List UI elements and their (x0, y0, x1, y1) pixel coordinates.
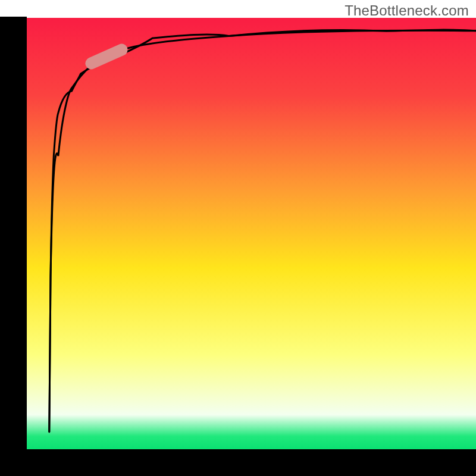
watermark-label: TheBottleneck.com (345, 2, 469, 19)
bottleneck-chart (0, 0, 476, 476)
chart-stage: TheBottleneck.com (0, 0, 476, 476)
axis-left (0, 17, 27, 476)
plot-gradient-area (27, 18, 476, 449)
axis-bottom (0, 449, 476, 476)
